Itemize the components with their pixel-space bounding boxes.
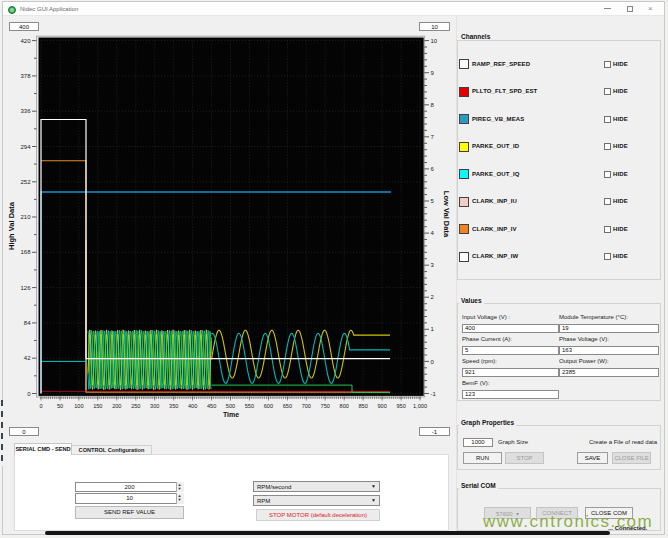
svg-text:0: 0 bbox=[27, 391, 31, 397]
svg-text:42: 42 bbox=[24, 355, 31, 361]
svg-text:6: 6 bbox=[431, 166, 435, 172]
svg-text:150: 150 bbox=[93, 403, 102, 409]
svg-text:336: 336 bbox=[20, 108, 31, 114]
svg-text:252: 252 bbox=[20, 179, 31, 185]
svg-text:400: 400 bbox=[188, 403, 197, 409]
svg-text:900: 900 bbox=[377, 403, 386, 409]
svg-text:650: 650 bbox=[283, 403, 292, 409]
svg-text:100: 100 bbox=[74, 403, 83, 409]
svg-text:700: 700 bbox=[302, 403, 311, 409]
svg-text:1: 1 bbox=[431, 326, 435, 332]
svg-text:800: 800 bbox=[340, 403, 349, 409]
svg-text:168: 168 bbox=[20, 249, 31, 255]
svg-text:8: 8 bbox=[431, 102, 435, 108]
svg-text:450: 450 bbox=[207, 403, 216, 409]
svg-text:0: 0 bbox=[431, 359, 435, 365]
svg-text:350: 350 bbox=[169, 403, 178, 409]
svg-text:7: 7 bbox=[431, 134, 435, 140]
svg-text:600: 600 bbox=[264, 403, 273, 409]
svg-text:3: 3 bbox=[431, 262, 435, 268]
svg-text:1,000: 1,000 bbox=[413, 403, 427, 409]
svg-text:Low Val Data: Low Val Data bbox=[442, 191, 451, 238]
svg-text:Time: Time bbox=[223, 411, 239, 418]
svg-text:High Val Data: High Val Data bbox=[7, 201, 16, 250]
svg-text:500: 500 bbox=[226, 403, 235, 409]
svg-text:850: 850 bbox=[358, 403, 367, 409]
svg-text:950: 950 bbox=[396, 403, 405, 409]
svg-text:5: 5 bbox=[431, 198, 435, 204]
svg-text:294: 294 bbox=[20, 144, 31, 150]
svg-text:126: 126 bbox=[20, 285, 31, 291]
svg-text:2: 2 bbox=[431, 294, 435, 300]
svg-text:300: 300 bbox=[150, 403, 159, 409]
svg-text:84: 84 bbox=[24, 320, 31, 326]
svg-text:550: 550 bbox=[245, 403, 254, 409]
svg-text:4: 4 bbox=[431, 230, 435, 236]
svg-text:10: 10 bbox=[431, 38, 438, 44]
svg-text:250: 250 bbox=[131, 403, 140, 409]
svg-text:420: 420 bbox=[20, 38, 31, 44]
svg-text:9: 9 bbox=[431, 70, 435, 76]
svg-text:210: 210 bbox=[20, 214, 31, 220]
svg-text:378: 378 bbox=[20, 73, 31, 79]
svg-text:-1: -1 bbox=[431, 391, 437, 397]
svg-text:750: 750 bbox=[321, 403, 330, 409]
svg-text:200: 200 bbox=[112, 403, 121, 409]
svg-text:50: 50 bbox=[57, 403, 63, 409]
svg-text:0: 0 bbox=[39, 403, 42, 409]
